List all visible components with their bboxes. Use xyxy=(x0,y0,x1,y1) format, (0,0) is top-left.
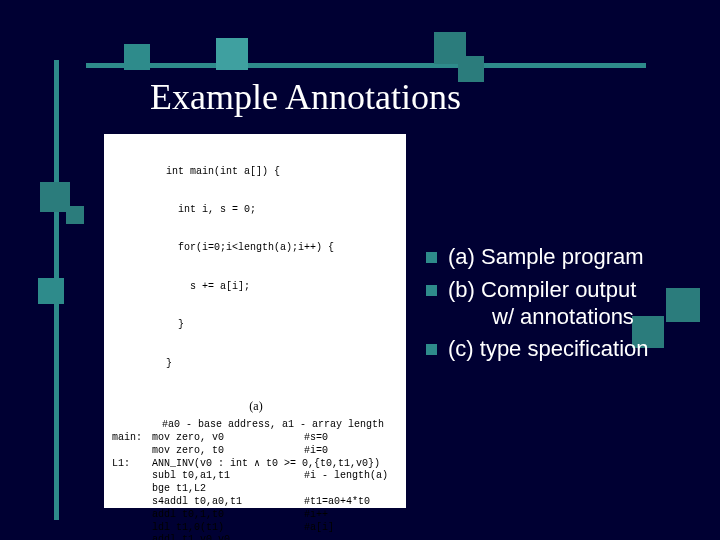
deco-square xyxy=(216,38,248,70)
slide: Example Annotations int main(int a[]) { … xyxy=(0,0,720,540)
bullet-square-icon xyxy=(426,252,437,263)
deco-square xyxy=(458,56,484,82)
code-b-header: #a0 - base address, a1 - array length xyxy=(162,419,400,432)
slide-title: Example Annotations xyxy=(150,76,461,118)
bullet-subtext: w/ annotations xyxy=(448,304,710,331)
code-a-line: int i, s = 0; xyxy=(166,204,400,217)
list-item: (c) type specification xyxy=(426,336,710,363)
bullet-square-icon xyxy=(426,344,437,355)
bullet-text: (c) type specification xyxy=(448,336,649,361)
bullet-list: (a) Sample program (b) Compiler output w… xyxy=(426,244,710,369)
code-figure: int main(int a[]) { int i, s = 0; for(i=… xyxy=(104,134,406,508)
code-a-line: } xyxy=(166,319,400,332)
bullet-square-icon xyxy=(426,285,437,296)
deco-square xyxy=(124,44,150,70)
code-a-line: int main(int a[]) { xyxy=(166,166,400,179)
bullet-text: (b) Compiler output xyxy=(448,277,636,302)
code-b-table: main:mov zero, v0#s=0 mov zero, t0#i=0 L… xyxy=(112,432,400,540)
code-a-line: s += a[i]; xyxy=(166,281,400,294)
bullet-text: (a) Sample program xyxy=(448,244,644,269)
list-item: (a) Sample program xyxy=(426,244,710,271)
figure-caption-a: (a) xyxy=(112,399,400,414)
deco-square xyxy=(66,206,84,224)
list-item: (b) Compiler output w/ annotations xyxy=(426,277,710,331)
code-a-line: } xyxy=(166,358,400,371)
code-a-line: for(i=0;i<length(a);i++) { xyxy=(166,242,400,255)
title-underline xyxy=(86,63,646,68)
deco-square xyxy=(38,278,64,304)
